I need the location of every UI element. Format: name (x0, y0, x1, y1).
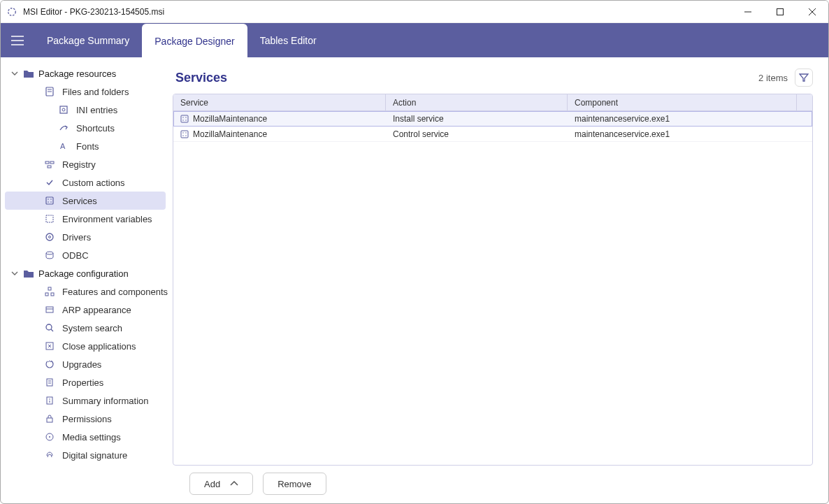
table-row[interactable]: MozillaMaintenance Install service maint… (173, 111, 812, 127)
ini-icon (58, 104, 69, 115)
svg-rect-27 (45, 293, 48, 296)
env-icon (44, 213, 55, 224)
sidebar-item-label: Upgrades (62, 359, 101, 370)
svg-point-49 (185, 117, 186, 117)
sidebar-item-label: Environment variables (62, 214, 152, 224)
media-icon (44, 431, 55, 442)
maximize-button[interactable] (764, 1, 796, 23)
titlebar: MSI Editor - PKG-230213-154505.msi (1, 1, 828, 23)
service-icon (180, 130, 189, 138)
minimize-button[interactable] (732, 1, 764, 23)
close-apps-icon (44, 340, 55, 352)
sidebar-item-ini[interactable]: INI entries (5, 101, 166, 119)
page-title: Services (175, 71, 227, 85)
chevron-down-icon (10, 270, 19, 277)
service-icon (180, 115, 189, 123)
sidebar-item-media[interactable]: Media settings (5, 428, 166, 446)
sidebar-group-config[interactable]: Package configuration (1, 264, 170, 282)
svg-point-12 (62, 108, 65, 111)
sidebar-item-registry[interactable]: Registry (5, 155, 166, 173)
tab-tables-editor[interactable]: Tables Editor (247, 23, 329, 57)
filter-icon (799, 73, 809, 82)
app-icon (6, 6, 17, 17)
sidebar-item-search[interactable]: System search (5, 319, 166, 337)
remove-button[interactable]: Remove (263, 473, 326, 495)
footer-actions: Add Remove (173, 466, 813, 495)
table-row[interactable]: MozillaMaintenance Control service maint… (173, 127, 812, 142)
action-icon (44, 177, 55, 188)
sidebar-item-files[interactable]: Files and folders (5, 82, 166, 101)
sidebar-item-label: Custom actions (62, 178, 125, 188)
document-icon (44, 86, 55, 97)
column-action[interactable]: Action (386, 94, 568, 110)
tab-package-summary[interactable]: Package Summary (34, 23, 142, 57)
sidebar-item-env[interactable]: Environment variables (5, 210, 166, 228)
sidebar-item-custom-actions[interactable]: Custom actions (5, 173, 166, 192)
svg-rect-11 (60, 106, 67, 113)
sidebar-item-summary-info[interactable]: Summary information (5, 391, 166, 410)
svg-point-53 (182, 132, 183, 133)
column-service[interactable]: Service (173, 94, 386, 110)
properties-icon (44, 377, 55, 388)
services-icon (44, 195, 55, 206)
svg-point-19 (50, 199, 52, 200)
add-button[interactable]: Add (189, 473, 253, 495)
sidebar-item-properties[interactable]: Properties (5, 373, 166, 391)
filter-button[interactable] (795, 69, 813, 87)
main: Package resources Files and folders INI … (1, 57, 828, 503)
sidebar-item-label: Close applications (62, 341, 136, 352)
sidebar-item-features[interactable]: Features and components (5, 282, 166, 301)
svg-rect-22 (46, 215, 53, 222)
svg-rect-14 (45, 161, 49, 164)
sidebar-item-label: Fonts (76, 141, 99, 152)
window-icon (44, 304, 55, 315)
sidebar-item-label: Shortcuts (76, 123, 115, 134)
svg-rect-2 (777, 8, 784, 15)
sidebar-item-fonts[interactable]: A Fonts (5, 137, 166, 155)
sidebar-item-upgrades[interactable]: Upgrades (5, 355, 166, 373)
registry-icon (44, 159, 55, 170)
cell-component: maintenanceservice.exe1 (575, 129, 670, 139)
sidebar-item-odbc[interactable]: ODBC (5, 246, 166, 264)
sidebar-item-arp[interactable]: ARP appearance (5, 301, 166, 319)
menu-button[interactable] (1, 23, 34, 57)
svg-point-51 (185, 120, 186, 120)
svg-marker-46 (800, 74, 808, 81)
sidebar-item-label: Permissions (62, 414, 112, 424)
sidebar-item-permissions[interactable]: Permissions (5, 410, 166, 428)
svg-point-31 (46, 324, 52, 330)
upgrade-icon (44, 359, 55, 370)
sidebar-group-resources[interactable]: Package resources (1, 64, 170, 82)
svg-rect-29 (46, 307, 53, 312)
sidebar-item-label: Summary information (62, 396, 149, 406)
sidebar: Package resources Files and folders INI … (1, 57, 173, 503)
svg-point-48 (182, 117, 183, 117)
sidebar-item-services[interactable]: Services (5, 192, 166, 210)
sidebar-item-drivers[interactable]: Drivers (5, 228, 166, 246)
folder-icon (23, 68, 34, 79)
svg-rect-17 (46, 197, 53, 204)
svg-rect-37 (47, 379, 52, 386)
svg-point-25 (46, 252, 53, 254)
sidebar-item-closeapps[interactable]: Close applications (5, 337, 166, 355)
svg-rect-43 (47, 418, 52, 422)
column-component[interactable]: Component (568, 94, 797, 110)
lock-icon (44, 413, 55, 424)
svg-point-18 (48, 199, 49, 200)
svg-point-21 (50, 201, 52, 203)
sidebar-item-label: INI entries (76, 105, 117, 115)
sidebar-group-label: Package configuration (38, 268, 129, 279)
svg-point-24 (49, 236, 51, 238)
sidebar-item-label: Properties (62, 377, 103, 388)
sidebar-item-digital-signature[interactable]: Digital signature (5, 446, 166, 464)
svg-line-32 (51, 329, 53, 331)
svg-point-36 (46, 361, 53, 368)
sidebar-item-shortcuts[interactable]: Shortcuts (5, 119, 166, 137)
fingerprint-icon (44, 449, 55, 461)
font-icon: A (58, 141, 69, 152)
tab-package-designer[interactable]: Package Designer (142, 24, 247, 58)
search-icon (44, 322, 55, 333)
sidebar-group-label: Package resources (38, 69, 116, 79)
svg-rect-47 (181, 115, 188, 122)
close-button[interactable] (796, 1, 828, 23)
